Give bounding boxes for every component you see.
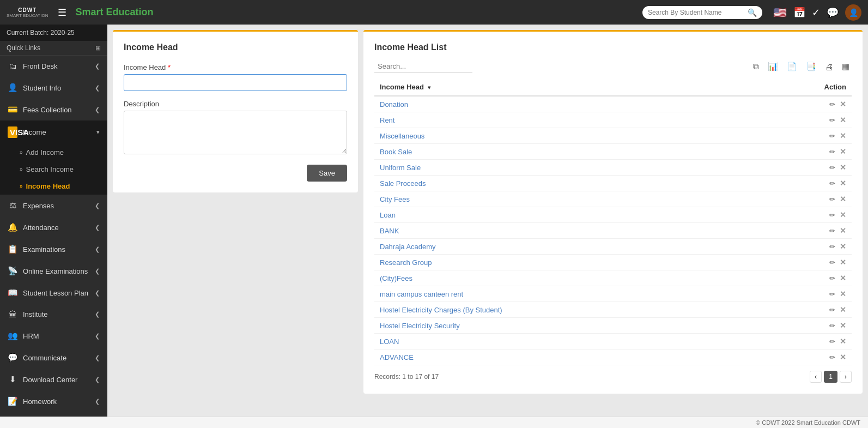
income-head-link-14[interactable]: Hostel Electricity Security <box>380 322 460 330</box>
edit-button-10[interactable]: ✏ <box>829 258 835 267</box>
check-icon[interactable]: ✓ <box>812 7 820 19</box>
save-button[interactable]: Save <box>307 165 347 182</box>
sidebar-item-institute[interactable]: 🏛 Institute ❮ <box>0 304 107 325</box>
edit-button-7[interactable]: ✏ <box>829 211 835 219</box>
income-head-link-4[interactable]: Uniform Sale <box>380 164 421 172</box>
delete-button-0[interactable]: ✕ <box>840 100 846 108</box>
delete-button-15[interactable]: ✕ <box>840 337 846 346</box>
sidebar-item-download-center[interactable]: ⬇ Download Center ❮ <box>0 369 107 390</box>
quick-links-grid-icon[interactable]: ⊞ <box>95 44 101 52</box>
sidebar-item-student-info[interactable]: 👤 Student Info ❮ <box>0 77 107 99</box>
edit-button-5[interactable]: ✏ <box>829 179 835 188</box>
income-head-link-7[interactable]: Loan <box>380 211 396 219</box>
income-head-link-5[interactable]: Sale Proceeds <box>380 179 426 188</box>
edit-button-6[interactable]: ✏ <box>829 195 835 203</box>
sidebar-item-hrm[interactable]: 👥 HRM ❮ <box>0 325 107 347</box>
page-1-button[interactable]: 1 <box>824 371 837 383</box>
table-row: ADVANCE ✏ ✕ <box>374 349 852 365</box>
cell-name-2: Miscellaneous <box>374 128 757 144</box>
flag-icon[interactable]: 🇺🇸 <box>773 6 787 19</box>
income-head-link-16[interactable]: ADVANCE <box>380 353 414 361</box>
copy-icon[interactable]: ⧉ <box>751 61 761 73</box>
sidebar-item-homework[interactable]: 📝 Homework ❮ <box>0 390 107 412</box>
hrm-icon: 👥 <box>8 331 17 341</box>
delete-button-1[interactable]: ✕ <box>840 116 846 124</box>
delete-button-13[interactable]: ✕ <box>840 305 846 314</box>
income-head-link-6[interactable]: City Fees <box>380 195 410 203</box>
delete-button-11[interactable]: ✕ <box>840 274 846 282</box>
edit-button-2[interactable]: ✏ <box>829 132 835 140</box>
cell-action-3: ✏ ✕ <box>757 144 852 160</box>
sidebar-item-expenses[interactable]: ⚖ Expenses ❮ <box>0 195 107 216</box>
delete-button-2[interactable]: ✕ <box>840 131 846 140</box>
arrow-search-income: » <box>20 166 23 172</box>
description-textarea[interactable] <box>124 111 347 154</box>
sidebar-item-communicate[interactable]: 💬 Communicate ❮ <box>0 347 107 369</box>
income-head-link-15[interactable]: LOAN <box>380 337 399 346</box>
edit-button-8[interactable]: ✏ <box>829 227 835 235</box>
delete-button-14[interactable]: ✕ <box>840 321 846 330</box>
edit-button-15[interactable]: ✏ <box>829 337 835 346</box>
sidebar-item-examinations[interactable]: 📋 Examinations ❮ <box>0 238 107 260</box>
income-head-link-11[interactable]: (City)Fees <box>380 274 412 282</box>
delete-button-6[interactable]: ✕ <box>840 195 846 203</box>
csv-icon[interactable]: 📄 <box>785 61 799 73</box>
income-head-link-0[interactable]: Donation <box>380 100 408 108</box>
sidebar-item-fees-collection[interactable]: 💳 Fees Collection ❮ <box>0 99 107 120</box>
delete-button-8[interactable]: ✕ <box>840 226 846 235</box>
income-head-link-2[interactable]: Miscellaneous <box>380 132 424 140</box>
delete-button-3[interactable]: ✕ <box>840 147 846 156</box>
prev-page-button[interactable]: ‹ <box>810 371 822 383</box>
edit-button-12[interactable]: ✏ <box>829 290 835 298</box>
edit-button-4[interactable]: ✏ <box>829 164 835 172</box>
sidebar-item-online-examinations[interactable]: 📡 Online Examinations ❮ <box>0 260 107 282</box>
sidebar-item-attendance[interactable]: 🔔 Attendance ❮ <box>0 216 107 238</box>
next-page-button[interactable]: › <box>840 371 852 383</box>
edit-button-0[interactable]: ✏ <box>829 100 835 108</box>
income-head-input[interactable] <box>124 74 347 91</box>
edit-button-1[interactable]: ✏ <box>829 116 835 124</box>
income-head-link-13[interactable]: Hostel Electricity Charges (By Student) <box>380 306 502 314</box>
delete-button-9[interactable]: ✕ <box>840 242 846 251</box>
income-head-link-10[interactable]: Research Group <box>380 258 432 267</box>
calendar-icon[interactable]: 📅 <box>793 7 805 19</box>
edit-button-3[interactable]: ✏ <box>829 148 835 156</box>
edit-button-14[interactable]: ✏ <box>829 322 835 330</box>
edit-button-16[interactable]: ✏ <box>829 353 835 361</box>
sidebar-subitem-add-income[interactable]: » Add Income <box>0 144 107 161</box>
delete-button-5[interactable]: ✕ <box>840 179 846 188</box>
table-row: Hostel Electricity Security ✏ ✕ <box>374 318 852 334</box>
sidebar-item-income[interactable]: VISA Income ▾ <box>0 120 107 144</box>
sidebar-subitem-search-income[interactable]: » Search Income <box>0 161 107 178</box>
cell-action-12: ✏ ✕ <box>757 286 852 302</box>
income-head-link-3[interactable]: Book Sale <box>380 148 412 156</box>
list-search-input[interactable] <box>374 60 472 73</box>
income-head-link-12[interactable]: main campus canteen rent <box>380 290 463 298</box>
cell-name-9: Dahraja Academy <box>374 239 757 255</box>
whatsapp-icon[interactable]: 💬 <box>827 7 839 19</box>
delete-button-16[interactable]: ✕ <box>840 353 846 361</box>
cell-name-5: Sale Proceeds <box>374 176 757 191</box>
print-icon[interactable]: 🖨 <box>823 61 835 73</box>
cell-name-13: Hostel Electricity Charges (By Student) <box>374 302 757 318</box>
income-head-link-9[interactable]: Dahraja Academy <box>380 243 436 251</box>
delete-button-12[interactable]: ✕ <box>840 290 846 298</box>
hamburger-icon[interactable]: ☰ <box>58 7 66 19</box>
columns-icon[interactable]: ▦ <box>840 61 852 73</box>
col-income-head[interactable]: Income Head ▾ <box>374 79 757 96</box>
edit-button-9[interactable]: ✏ <box>829 243 835 251</box>
edit-button-13[interactable]: ✏ <box>829 306 835 314</box>
excel-icon[interactable]: 📊 <box>766 61 780 73</box>
delete-button-4[interactable]: ✕ <box>840 163 846 172</box>
sidebar-item-lesson-plan[interactable]: 📖 Student Lesson Plan ❮ <box>0 282 107 304</box>
delete-button-7[interactable]: ✕ <box>840 210 846 219</box>
income-head-link-8[interactable]: BANK <box>380 227 399 235</box>
sidebar-subitem-income-head[interactable]: » Income Head <box>0 178 107 195</box>
user-avatar[interactable]: 👤 <box>845 4 861 21</box>
delete-button-10[interactable]: ✕ <box>840 258 846 267</box>
edit-button-11[interactable]: ✏ <box>829 274 835 282</box>
sidebar-item-front-desk[interactable]: 🗂 Front Desk ❮ <box>0 56 107 77</box>
pdf-icon[interactable]: 📑 <box>804 61 818 73</box>
search-input[interactable] <box>648 9 744 16</box>
income-head-link-1[interactable]: Rent <box>380 116 394 124</box>
